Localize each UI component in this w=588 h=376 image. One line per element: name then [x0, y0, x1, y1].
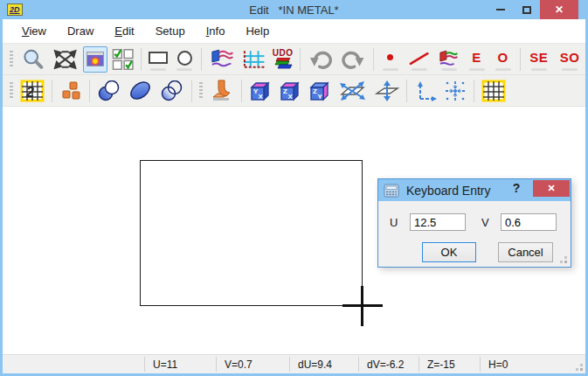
dialog-buttons-row: OK Cancel: [422, 242, 571, 262]
menu-info[interactable]: Info: [196, 20, 236, 42]
toolbar-row-2: 2: [3, 75, 585, 107]
circle-tool-button[interactable]: [172, 46, 197, 73]
drawn-rectangle: [140, 160, 363, 306]
zoom-tool-button[interactable]: [17, 46, 48, 73]
converge-arrows-icon: [444, 80, 467, 101]
toolbar-separator: [373, 48, 374, 71]
cube-yx-icon: Y X: [249, 80, 272, 102]
blue-flag-icon: [209, 49, 234, 70]
shaded-view-icon-bar: [87, 52, 103, 55]
undo-button[interactable]: [305, 46, 336, 73]
red-point-icon: [387, 54, 393, 60]
dialog-close-button[interactable]: ✕: [533, 180, 570, 197]
boolean-merge-button[interactable]: [126, 78, 156, 104]
se-label: SE: [527, 50, 550, 68]
multi-window-button[interactable]: [109, 46, 136, 73]
titlebar[interactable]: 2D Edit *IN METAL* ✕: [3, 0, 585, 19]
o-label: O: [495, 50, 511, 68]
cancel-button[interactable]: Cancel: [498, 242, 553, 262]
axes-button[interactable]: [412, 78, 439, 104]
toolbar-separator: [241, 80, 242, 102]
menu-draw[interactable]: Draw: [57, 20, 104, 42]
grid-2d-icon: 2: [20, 80, 45, 102]
dialog-titlebar[interactable]: Keyboard Entry ? ✕: [378, 179, 571, 201]
extrude-button[interactable]: [207, 78, 237, 104]
calculator-icon: [384, 184, 399, 198]
axes-icon: [414, 80, 437, 101]
cube-zx-letter-a: Z: [283, 87, 287, 95]
snap-center-button[interactable]: [441, 78, 469, 104]
udo-label: UDO: [273, 49, 294, 58]
ok-button[interactable]: OK: [422, 242, 476, 262]
zoom-extents-button[interactable]: [50, 46, 80, 73]
e-label: E: [469, 50, 484, 68]
status-h: H=0: [481, 355, 546, 373]
shaded-view-icon: [86, 52, 104, 66]
surface-flag-button[interactable]: [206, 46, 237, 73]
shaded-view-icon-ball: [91, 57, 100, 66]
dialog-title: Keyboard Entry: [406, 184, 491, 198]
windows-check-icon: [112, 48, 134, 71]
udo-books-icon: [273, 58, 294, 69]
u-field-input[interactable]: [410, 213, 466, 231]
se-mode-button[interactable]: SE: [525, 46, 553, 73]
toolbar-separator: [520, 48, 521, 71]
v-field-input[interactable]: [501, 213, 557, 231]
view-plane-yx-button[interactable]: Y X: [246, 78, 274, 104]
menu-bar: View Draw Edit Setup Info Help: [3, 19, 585, 44]
cube-zy-letter-b: Y: [318, 93, 323, 101]
status-blank: [3, 355, 144, 373]
close-button[interactable]: ✕: [540, 0, 578, 19]
red-line-icon: [407, 50, 431, 69]
rotate-plane-button[interactable]: [336, 78, 369, 104]
udo-icon: UDO: [273, 49, 294, 69]
menu-view[interactable]: View: [11, 20, 57, 42]
dialog-help-button[interactable]: ?: [508, 181, 525, 195]
redo-button[interactable]: [338, 46, 369, 73]
surface-create-button[interactable]: [435, 46, 462, 73]
toolbar-grip[interactable]: [10, 51, 13, 68]
boolean-union-button[interactable]: [94, 78, 124, 104]
view-plane-zx-button[interactable]: Z X: [276, 78, 304, 104]
resize-grip[interactable]: [580, 368, 583, 371]
dialog-fields-row: U V: [390, 213, 571, 231]
rectangle-tool-button[interactable]: [146, 46, 170, 73]
udo-button[interactable]: UDO: [270, 46, 295, 73]
toolbar-separator: [52, 80, 52, 102]
e-mode-button[interactable]: E: [465, 46, 489, 73]
window-controls: ✕: [488, 0, 578, 19]
line-tool-button[interactable]: [405, 46, 433, 73]
menu-help[interactable]: Help: [235, 20, 280, 42]
grid-icon: [481, 80, 506, 102]
union-circles-icon: [97, 80, 121, 101]
cube-zy-letter-a: Z: [313, 87, 317, 95]
toolbar-grip[interactable]: [10, 82, 13, 100]
dialog-resize-grip[interactable]: [564, 261, 567, 263]
toolbar-separator: [89, 80, 90, 102]
grid-toggle-button[interactable]: [479, 78, 508, 104]
menu-edit[interactable]: Edit: [104, 20, 144, 42]
grid-2d-button[interactable]: 2: [17, 78, 47, 104]
crosshair-cursor: [361, 286, 363, 326]
point-tool-button[interactable]: [378, 46, 403, 73]
construction-grid-button[interactable]: [239, 46, 268, 73]
o-mode-button[interactable]: O: [491, 46, 515, 73]
app-2d-icon[interactable]: 2D: [7, 3, 23, 16]
circle-icon: [177, 51, 192, 66]
minimize-button[interactable]: [488, 0, 514, 19]
toolbar-grip[interactable]: [199, 82, 203, 100]
cyan-grid-icon: [242, 49, 266, 70]
cube-zy-icon: Z Y: [308, 80, 331, 102]
menu-setup[interactable]: Setup: [145, 20, 196, 42]
merged-blob-icon: [128, 80, 153, 101]
status-du: dU=9.4: [290, 355, 358, 373]
shaded-view-button[interactable]: [83, 46, 107, 73]
boolean-intersect-button[interactable]: [157, 78, 187, 104]
maximize-button[interactable]: [514, 0, 540, 19]
view-plane-zy-button[interactable]: Z Y: [306, 78, 334, 104]
solids-button[interactable]: [57, 78, 85, 104]
orange-cubes-icon: [59, 80, 82, 101]
move-plane-button[interactable]: [370, 78, 402, 104]
status-bar: U=11 V=0.7 dU=9.4 dV=-6.2 Z=-15 H=0: [3, 354, 585, 373]
so-mode-button[interactable]: SO: [555, 46, 585, 73]
